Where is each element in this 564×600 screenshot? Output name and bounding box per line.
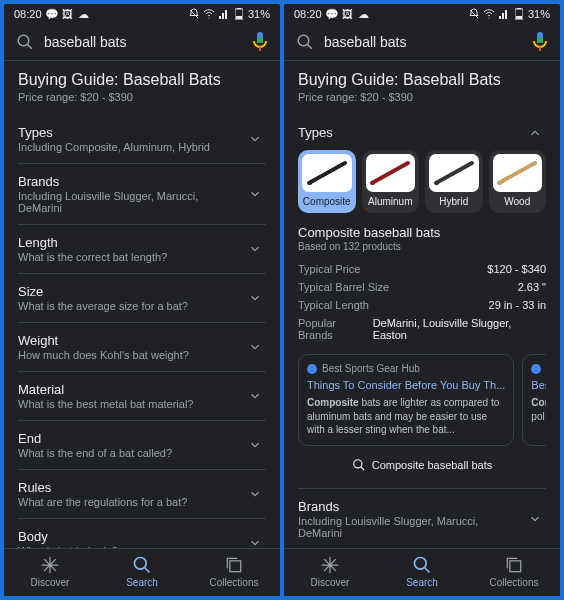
battery-pct: 31% xyxy=(528,8,550,20)
battery-icon xyxy=(513,8,525,20)
composite-search-link[interactable]: Composite baseball bats xyxy=(298,458,546,472)
section-end[interactable]: EndWhat is the end of a bat called? xyxy=(18,421,266,470)
section-sub: What are the regulations for a bat? xyxy=(18,496,244,508)
nav-search[interactable]: Search xyxy=(376,549,468,596)
silent-icon xyxy=(468,8,480,20)
nav-search[interactable]: Search xyxy=(96,549,188,596)
svg-line-17 xyxy=(307,44,312,49)
svg-rect-11 xyxy=(230,561,241,572)
section-weight[interactable]: WeightHow much does Kohl's bat weight? xyxy=(18,323,266,372)
chevron-up-icon[interactable] xyxy=(524,126,546,140)
section-title: Weight xyxy=(18,333,244,348)
chevron-down-icon[interactable] xyxy=(244,487,266,501)
phone-left: 08:20 💬 🖼 ☁ 31% Buying Guide: Baseball B… xyxy=(4,4,280,596)
chevron-down-icon[interactable] xyxy=(244,132,266,146)
nav-discover[interactable]: Discover xyxy=(284,549,376,596)
chevron-down-icon[interactable] xyxy=(244,438,266,452)
svg-point-29 xyxy=(354,459,362,467)
section-title: Brands xyxy=(18,174,244,189)
section-sub: Including Composite, Aluminum, Hybrid xyxy=(18,141,244,153)
section-types-expanded[interactable]: Types CompositeAluminumHybridWood Compos… xyxy=(298,115,546,489)
status-bar: 08:20 💬 🖼 ☁ 31% xyxy=(284,4,560,24)
section-title: Rules xyxy=(18,480,244,495)
section-size[interactable]: SizeWhat is the average size for a bat? xyxy=(18,274,266,323)
chevron-down-icon[interactable] xyxy=(244,536,266,548)
cloud-icon: ☁ xyxy=(78,8,90,20)
battery-pct: 31% xyxy=(248,8,270,20)
type-tile-composite[interactable]: Composite xyxy=(298,150,356,213)
status-time: 08:20 xyxy=(294,8,322,20)
signal-icon xyxy=(498,8,510,20)
chevron-down-icon[interactable] xyxy=(244,291,266,305)
tile-label: Wood xyxy=(504,196,530,207)
detail-row: Typical Length29 in - 33 in xyxy=(298,296,546,314)
search-input[interactable] xyxy=(44,34,242,50)
nav-discover[interactable]: Discover xyxy=(4,549,96,596)
card-snippet: Composite bats are lighter as compared t… xyxy=(307,396,505,437)
section-brands[interactable]: BrandsIncluding Louisville Slugger, Maru… xyxy=(18,164,266,225)
section-title: Size xyxy=(18,284,244,299)
search-nav-icon xyxy=(412,555,432,575)
nav-collections[interactable]: Collections xyxy=(188,549,280,596)
price-range: Price range: $20 - $390 xyxy=(298,91,546,103)
chat-icon: 💬 xyxy=(326,8,338,20)
section-types[interactable]: TypesIncluding Composite, Aluminum, Hybr… xyxy=(18,115,266,164)
voice-search-icon[interactable] xyxy=(252,32,268,52)
svg-point-16 xyxy=(298,35,309,46)
section-length[interactable]: LengthWhat is the correct bat length? xyxy=(18,225,266,274)
favicon xyxy=(531,364,541,374)
chevron-down-icon[interactable] xyxy=(244,242,266,256)
svg-rect-15 xyxy=(516,16,522,19)
search-input[interactable] xyxy=(324,34,522,50)
svg-point-26 xyxy=(435,181,439,185)
bat-image xyxy=(366,154,416,192)
status-bar: 08:20 💬 🖼 ☁ 31% xyxy=(4,4,280,24)
svg-rect-33 xyxy=(510,561,521,572)
svg-rect-7 xyxy=(257,38,263,43)
section-body[interactable]: BodyWhat is bat in body? xyxy=(18,519,266,548)
cloud-icon: ☁ xyxy=(358,8,370,20)
section-rules[interactable]: RulesWhat are the regulations for a bat? xyxy=(18,470,266,519)
bat-image xyxy=(429,154,479,192)
type-tile-aluminum[interactable]: Aluminum xyxy=(362,150,420,213)
nav-label: Collections xyxy=(490,577,539,588)
svg-line-23 xyxy=(372,163,408,183)
bottom-nav: Discover Search Collections xyxy=(284,548,560,596)
chevron-down-icon[interactable] xyxy=(524,512,546,526)
silent-icon xyxy=(188,8,200,20)
type-tile-wood[interactable]: Wood xyxy=(489,150,547,213)
section-title: Body xyxy=(18,529,244,544)
section-brands[interactable]: Brands Including Louisville Slugger, Mar… xyxy=(298,489,546,549)
svg-point-28 xyxy=(498,181,502,185)
chevron-down-icon[interactable] xyxy=(244,340,266,354)
guide-title: Buying Guide: Baseball Bats xyxy=(298,71,546,89)
nav-label: Discover xyxy=(31,577,70,588)
section-title: Brands xyxy=(298,499,524,514)
svg-point-22 xyxy=(308,181,312,185)
wifi-icon xyxy=(483,8,495,20)
detail-row: Typical Barrel Size2.63 " xyxy=(298,278,546,296)
discover-icon xyxy=(320,555,340,575)
svg-point-12 xyxy=(488,18,489,19)
section-title: Material xyxy=(18,382,244,397)
voice-search-icon[interactable] xyxy=(532,32,548,52)
chevron-down-icon[interactable] xyxy=(244,187,266,201)
section-sub: Including Louisville Slugger, Marucci, D… xyxy=(18,190,244,214)
card-source: Best Sports Gear Hub xyxy=(307,363,505,374)
signal-icon xyxy=(218,8,230,20)
content-area[interactable]: Buying Guide: Baseball Bats Price range:… xyxy=(4,61,280,548)
content-area[interactable]: Buying Guide: Baseball Bats Price range:… xyxy=(284,61,560,548)
svg-line-21 xyxy=(309,163,345,183)
svg-rect-14 xyxy=(517,8,521,9)
nav-label: Search xyxy=(126,577,158,588)
section-material[interactable]: MaterialWhat is the best metal bat mater… xyxy=(18,372,266,421)
section-sub: Including Louisville Slugger, Marucci, D… xyxy=(298,515,524,539)
result-card[interactable]: Tom LodziakBest baseball baComposite bat… xyxy=(522,354,546,446)
result-cards[interactable]: Best Sports Gear HubThings To Consider B… xyxy=(298,354,546,446)
search-icon[interactable] xyxy=(16,33,34,51)
type-tile-hybrid[interactable]: Hybrid xyxy=(425,150,483,213)
nav-collections[interactable]: Collections xyxy=(468,549,560,596)
chevron-down-icon[interactable] xyxy=(244,389,266,403)
search-icon[interactable] xyxy=(296,33,314,51)
result-card[interactable]: Best Sports Gear HubThings To Consider B… xyxy=(298,354,514,446)
